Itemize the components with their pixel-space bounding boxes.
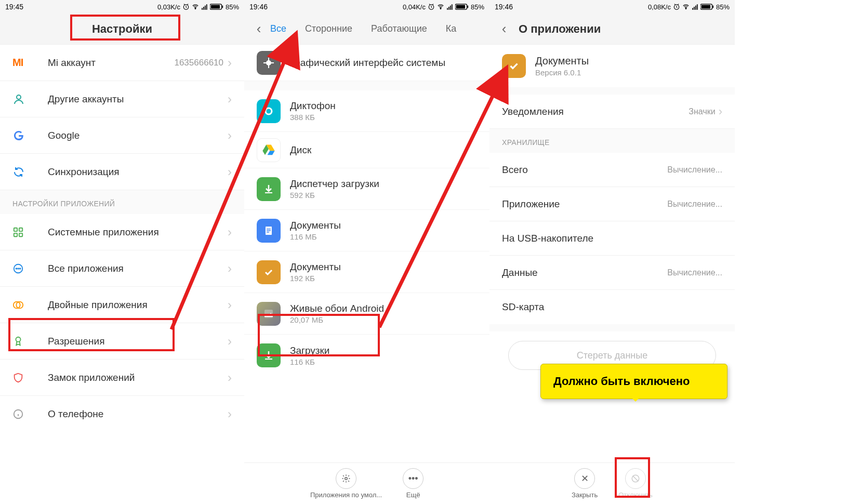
- status-icons: [673, 3, 714, 10]
- row-app-lock[interactable]: Замок приложений ›: [0, 360, 244, 396]
- user-icon: [12, 93, 35, 105]
- svg-rect-30: [467, 5, 468, 8]
- svg-point-20: [16, 337, 20, 341]
- row-value: Вычисление...: [667, 200, 722, 209]
- status-speed: 0,08K/c: [648, 3, 671, 11]
- chevron-right-icon: ›: [719, 105, 722, 118]
- close-button[interactable]: ✕ Закрыть: [572, 468, 598, 499]
- dual-icon: [12, 299, 35, 311]
- row-label: Все приложения: [35, 263, 228, 274]
- svg-rect-8: [222, 5, 223, 8]
- row-label: Другие аккаунты: [35, 94, 228, 105]
- svg-rect-5: [206, 4, 207, 9]
- svg-rect-50: [702, 5, 710, 9]
- status-battery: 85%: [226, 3, 239, 11]
- chevron-right-icon: ›: [228, 370, 232, 385]
- battery-icon: [210, 3, 223, 10]
- app-name: Документы: [290, 220, 477, 231]
- shield-icon: [12, 372, 35, 383]
- row-label: Google: [35, 130, 228, 141]
- row-total: Всего Вычисление...: [489, 153, 735, 187]
- screen-app-info: 19:46 0,08K/c 85% ‹ О приложении Докумен…: [489, 0, 735, 504]
- app-row-downloads[interactable]: Загрузки116 КБ: [244, 335, 489, 376]
- app-version: Версия 6.0.1: [535, 68, 722, 77]
- app-name: Загрузки: [290, 345, 477, 356]
- svg-rect-48: [697, 4, 698, 9]
- svg-rect-51: [712, 5, 713, 8]
- more-button[interactable]: ••• Ещё: [403, 468, 424, 499]
- row-about-phone[interactable]: О телефоне ›: [0, 396, 244, 432]
- disable-icon: [625, 468, 646, 489]
- app-name: Диспетчер загрузки: [290, 178, 477, 190]
- default-apps-button[interactable]: Приложения по умол...: [310, 468, 382, 499]
- svg-rect-35: [265, 192, 272, 193]
- row-label: Приложение: [502, 198, 560, 210]
- svg-rect-37: [267, 229, 271, 230]
- app-icon: [257, 260, 281, 284]
- row-label: Уведомления: [502, 106, 564, 117]
- row-dual-apps[interactable]: Двойные приложения ›: [0, 287, 244, 323]
- status-time: 19:45: [5, 3, 23, 11]
- app-name: Диск: [290, 144, 477, 156]
- svg-rect-29: [456, 5, 465, 9]
- row-sync[interactable]: Синхронизация ›: [0, 154, 244, 190]
- back-button[interactable]: ‹: [494, 19, 514, 39]
- back-button[interactable]: ‹: [248, 19, 269, 39]
- svg-point-44: [685, 8, 686, 9]
- tab-more[interactable]: Ка: [446, 23, 457, 34]
- tab-all[interactable]: Все: [270, 23, 286, 34]
- tab-thirdparty[interactable]: Сторонние: [305, 23, 352, 34]
- header-bar: ‹ О приложении: [489, 14, 735, 45]
- button-label: Стереть данные: [577, 350, 647, 361]
- app-name: Документы: [290, 261, 477, 273]
- chevron-right-icon: ›: [228, 165, 232, 179]
- app-row-drive[interactable]: Диск: [244, 132, 489, 168]
- row-label: SD-карта: [502, 301, 544, 313]
- app-detail-header: Документы Версия 6.0.1: [489, 45, 735, 87]
- app-row-docs-google[interactable]: Документы116 МБ: [244, 210, 489, 251]
- bottom-bar: ✕ Закрыть Отключить: [489, 462, 735, 504]
- svg-point-34: [266, 108, 272, 114]
- app-icon: [257, 99, 281, 123]
- disable-button[interactable]: Отключить: [618, 468, 653, 499]
- svg-rect-26: [450, 6, 451, 10]
- svg-rect-41: [265, 359, 272, 360]
- svg-rect-24: [447, 8, 448, 9]
- badge-icon: [12, 336, 35, 347]
- row-google[interactable]: Google ›: [0, 117, 244, 154]
- app-row-recorder[interactable]: Диктофон388 КБ: [244, 90, 489, 132]
- row-all-apps[interactable]: Все приложения ›: [0, 250, 244, 287]
- row-permissions[interactable]: Разрешения ›: [0, 323, 244, 360]
- row-mi-account[interactable]: MI Mi аккаунт 1635666610 ›: [0, 45, 244, 81]
- status-time: 19:46: [249, 3, 268, 11]
- wifi-icon: [682, 3, 690, 10]
- app-row-documents[interactable]: Документы192 КБ: [244, 251, 489, 293]
- app-row-download-manager[interactable]: Диспетчер загрузки592 КБ: [244, 168, 489, 210]
- grid-icon: [12, 227, 35, 238]
- app-row-system-ui[interactable]: Графический интерфейс системы: [244, 45, 489, 81]
- chevron-right-icon: ›: [228, 407, 232, 421]
- app-row-live-wallpaper[interactable]: Живые обои Android20,07 МБ: [244, 293, 489, 335]
- status-battery: 85%: [471, 3, 484, 11]
- svg-rect-46: [694, 7, 695, 10]
- app-name: Живые обои Android: [290, 303, 477, 314]
- close-icon: ✕: [574, 468, 595, 489]
- gear-icon: [336, 468, 356, 489]
- tab-running[interactable]: Работающие: [371, 23, 427, 34]
- svg-rect-3: [203, 7, 204, 10]
- app-icon: [502, 54, 526, 78]
- row-label: Синхронизация: [35, 166, 228, 178]
- button-label: Ещё: [406, 491, 420, 499]
- svg-point-42: [345, 478, 348, 480]
- info-icon: [12, 408, 35, 420]
- svg-rect-39: [267, 232, 269, 233]
- row-system-apps[interactable]: Системные приложения ›: [0, 214, 244, 250]
- tabs-bar: ‹ Все Сторонние Работающие Ка: [244, 14, 489, 45]
- button-label: Отключить: [618, 491, 653, 499]
- app-name: Графический интерфейс системы: [290, 57, 477, 69]
- row-other-accounts[interactable]: Другие аккаунты ›: [0, 81, 244, 117]
- chevron-right-icon: ›: [228, 334, 232, 349]
- screen-apps-list: 19:46 0,04K/c 85% ‹ Все Сторонние Работа…: [244, 0, 489, 504]
- row-notifications[interactable]: Уведомления Значки ›: [489, 95, 735, 129]
- app-icon: [257, 177, 281, 201]
